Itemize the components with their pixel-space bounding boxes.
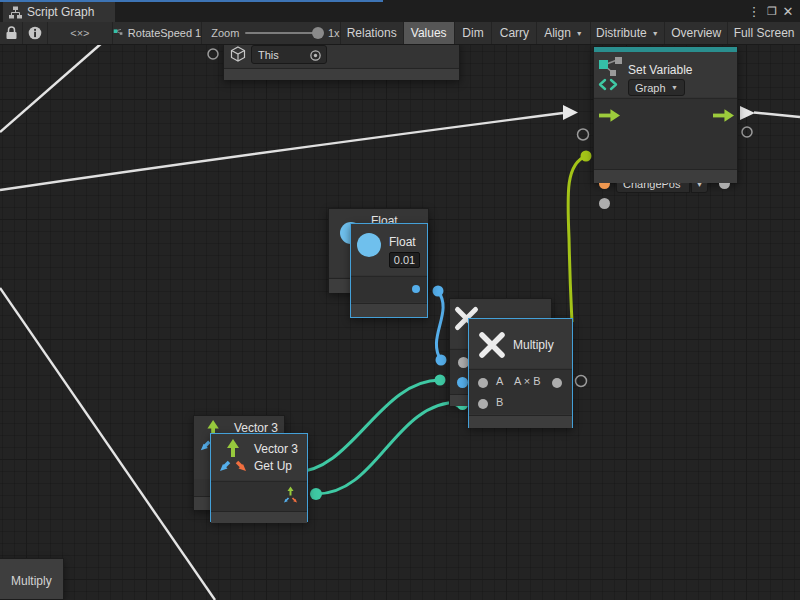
- node-vector3-get-up[interactable]: Vector 3 Get Up: [210, 433, 308, 522]
- toolbar-button-align[interactable]: Align ▼: [537, 22, 590, 44]
- tab-script-graph[interactable]: Script Graph: [3, 2, 115, 22]
- toolbar-button-distribute[interactable]: Distribute ▼: [591, 22, 665, 44]
- zoom-slider-handle[interactable]: [312, 27, 324, 39]
- chevron-down-icon: ▼: [576, 30, 583, 37]
- unity-script-graph-window: This Float Float 0.01: [0, 0, 800, 600]
- zoom-label: Zoom: [211, 27, 239, 39]
- node-multiply-partial[interactable]: Multiply: [0, 558, 64, 600]
- window-focus-indicator: [0, 0, 383, 2]
- node-footer: [224, 68, 459, 80]
- code-preview-toggle[interactable]: <×>: [48, 22, 113, 44]
- node-footer: [351, 303, 427, 317]
- multiply-icon: [477, 330, 507, 360]
- multiply-title: Multiply: [513, 338, 554, 352]
- float-title: Float: [389, 235, 416, 249]
- multiply-back-port-1[interactable]: [458, 357, 469, 368]
- tab-bar: Script Graph ⋮ ❐ ✕: [0, 0, 800, 22]
- multiply-input-b-port[interactable]: [478, 399, 488, 409]
- multiply-output-port[interactable]: [552, 378, 562, 388]
- float-icon: [357, 233, 381, 257]
- vector3-icon: [216, 438, 252, 478]
- toolbar-button-values[interactable]: Values: [404, 22, 455, 44]
- toolbar-button-dim[interactable]: Dim: [455, 22, 493, 44]
- info-button[interactable]: [23, 22, 48, 44]
- float-output-port[interactable]: [412, 285, 420, 293]
- window-menu-button[interactable]: ⋮: [744, 0, 764, 22]
- node-footer: [211, 511, 307, 523]
- value-input-port[interactable]: [599, 198, 610, 209]
- info-icon: [28, 26, 42, 40]
- toolbar-button-overview[interactable]: Overview: [665, 22, 728, 44]
- chevron-down-icon: ▼: [671, 84, 678, 91]
- window-close-button[interactable]: ✕: [778, 0, 798, 22]
- code-toggle-icon: <×>: [70, 27, 89, 39]
- partial-node-title: Multiply: [11, 574, 52, 588]
- this-target-field[interactable]: This: [251, 45, 327, 64]
- target-picker-icon[interactable]: [309, 49, 322, 62]
- flow-input-arrow[interactable]: [599, 109, 620, 122]
- toolbar-button-carry[interactable]: Carry: [492, 22, 537, 44]
- variable-kind-dropdown[interactable]: Graph ▼: [628, 79, 685, 96]
- multiply-output-label: A × B: [514, 375, 541, 387]
- this-value: This: [258, 49, 279, 61]
- vector3-output-port-icon[interactable]: [282, 486, 300, 506]
- graph-breadcrumb[interactable]: RotateSpeed 1: [113, 22, 203, 44]
- multiply-input-a-port[interactable]: [478, 378, 488, 388]
- toolbar-button-fullscreen[interactable]: Full Screen: [728, 22, 800, 44]
- node-footer: [469, 415, 572, 428]
- node-this[interactable]: This: [223, 42, 460, 80]
- node-footer: [594, 169, 737, 183]
- zoom-control: Zoom 1x: [202, 22, 340, 44]
- set-variable-title: Set Variable: [628, 63, 692, 77]
- flow-output-arrow[interactable]: [713, 109, 734, 122]
- graph-toolbar: <×> RotateSpeed 1 Zoom 1x Relations Valu…: [0, 22, 800, 45]
- graph-name: RotateSpeed 1: [128, 27, 201, 39]
- lock-icon: [6, 26, 17, 40]
- zoom-slider[interactable]: [245, 32, 322, 34]
- float-value-input[interactable]: 0.01: [389, 252, 420, 268]
- multiply-input-b-label: B: [496, 396, 503, 408]
- cube-icon: [230, 46, 246, 62]
- vector3-subtitle: Get Up: [254, 459, 292, 473]
- chevron-down-icon: ▼: [652, 30, 659, 37]
- script-graph-asset-icon: [113, 26, 123, 40]
- node-set-variable[interactable]: Set Variable Graph ▼ ChangePos ▼: [593, 46, 738, 183]
- tab-title: Script Graph: [27, 5, 94, 19]
- node-multiply[interactable]: Multiply A A × B B: [468, 318, 573, 428]
- multiply-input-a-label: A: [496, 375, 503, 387]
- toolbar-button-relations[interactable]: Relations: [341, 22, 404, 44]
- graph-icon: [9, 6, 22, 19]
- zoom-value: 1x: [328, 27, 340, 39]
- vector3-title: Vector 3: [254, 442, 298, 456]
- multiply-back-port-2[interactable]: [457, 377, 468, 388]
- set-variable-icon: [598, 56, 624, 92]
- node-float[interactable]: Float 0.01: [350, 223, 428, 318]
- lock-button[interactable]: [0, 22, 23, 44]
